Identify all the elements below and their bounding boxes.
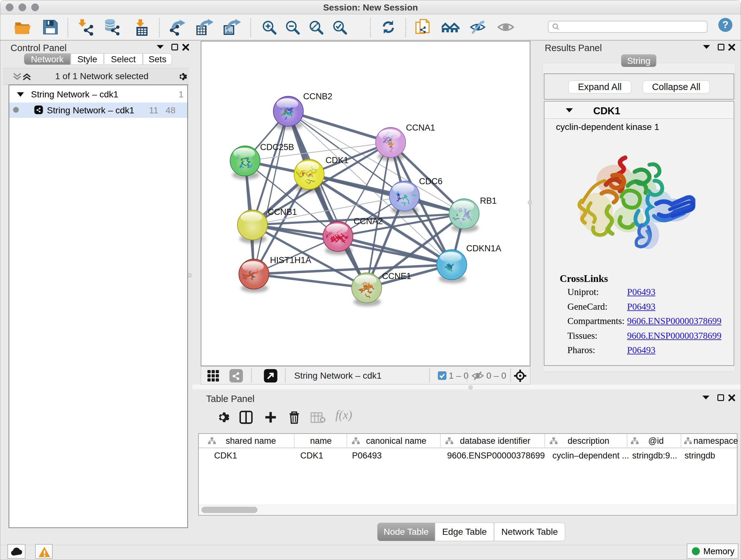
svg-text:CDC6: CDC6	[419, 177, 443, 186]
svg-text:CCNB1: CCNB1	[268, 207, 297, 217]
svg-text:CDC25B: CDC25B	[260, 142, 294, 152]
svg-text:HIST1H1A: HIST1H1A	[270, 255, 311, 265]
svg-text:CDK1: CDK1	[326, 155, 348, 165]
svg-text:CCNB2: CCNB2	[303, 91, 333, 101]
svg-text:CCNA2: CCNA2	[354, 216, 383, 226]
svg-text:RB1: RB1	[480, 196, 497, 206]
svg-text:CCNA1: CCNA1	[406, 123, 435, 132]
svg-text:CDKN1A: CDKN1A	[466, 244, 501, 253]
svg-text:CCNE1: CCNE1	[382, 271, 411, 281]
